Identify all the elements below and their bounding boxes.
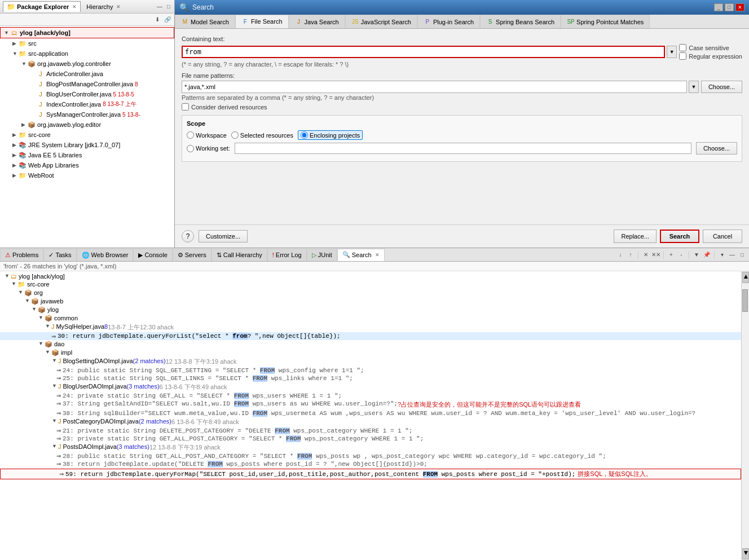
tree-item-index-controller[interactable]: J IndexController.java 8 13-8-7 上午: [0, 99, 174, 109]
result-common[interactable]: ▼ 📦 common: [0, 314, 741, 323]
customize-button[interactable]: Customize...: [199, 230, 248, 242]
tree-item-javaee[interactable]: ▶ 📚 Java EE 5 Libraries: [0, 150, 174, 160]
tab-plugin-search[interactable]: P Plug-in Search: [417, 15, 480, 28]
tree-arrow-src-application[interactable]: ▼: [12, 51, 18, 56]
result-arrow-common[interactable]: ▼: [38, 315, 43, 320]
tree-arrow-ylog[interactable]: ▼: [4, 30, 10, 36]
collapse-all-button[interactable]: ⬇: [153, 15, 162, 24]
scope-workspace-radio[interactable]: [187, 131, 194, 139]
result-arrow-ylog[interactable]: ▼: [5, 273, 10, 279]
view-menu-button[interactable]: ▾: [717, 250, 726, 259]
result-ylog-sub[interactable]: ▼ 📦 ylog: [0, 306, 741, 314]
tab-package-explorer[interactable]: 📁 Package Explorer ✕: [3, 1, 81, 12]
consider-derived-label[interactable]: Consider derived resources: [191, 104, 267, 111]
pin-button[interactable]: 📌: [702, 250, 711, 259]
scope-selected[interactable]: Selected resources: [231, 131, 293, 139]
result-arrow-bloguser[interactable]: ▼: [52, 383, 57, 389]
link-with-editor-button[interactable]: 🔗: [163, 15, 172, 24]
tree-item-article-controller[interactable]: J ArticleController.java: [0, 69, 174, 79]
containing-text-input[interactable]: [182, 46, 665, 58]
result-org[interactable]: ▼ 📦 org: [0, 289, 741, 297]
result-arrow-ylog-sub[interactable]: ▼: [32, 306, 37, 312]
result-match-posts-38[interactable]: ⇒ 38: return jdbcTemplate.update("DELETE…: [0, 460, 741, 468]
tree-arrow-webapp[interactable]: ▶: [12, 162, 18, 168]
working-set-input[interactable]: [235, 143, 691, 154]
result-arrow-src-core[interactable]: ▼: [11, 281, 16, 286]
containing-text-dropdown[interactable]: ▼: [667, 46, 677, 58]
result-dao[interactable]: ▼ 📦 dao: [0, 340, 741, 349]
tab-call-hierarchy[interactable]: ⇅ Call Hierarchy: [212, 249, 267, 261]
scope-selected-radio[interactable]: [231, 131, 239, 139]
tree-item-src-core[interactable]: ▶ 📁 src-core: [0, 130, 174, 140]
tab-web-browser[interactable]: 🌐 Web Browser: [77, 249, 134, 261]
expand-all-button[interactable]: +: [667, 250, 676, 259]
result-match-bloguser-37[interactable]: ⇒ 37: String getSaltAndID="SELECT wu.sal…: [0, 400, 741, 409]
tree-item-src-application[interactable]: ▼ 📁 src-application: [0, 48, 174, 59]
result-arrow-postcategory[interactable]: ▼: [52, 418, 57, 424]
tab-javascript-search[interactable]: JS JavaScript Search: [345, 15, 417, 28]
scope-enclosing-radio[interactable]: [301, 131, 308, 139]
file-name-patterns-input[interactable]: [182, 81, 687, 93]
result-arrow-javaweb[interactable]: ▼: [25, 298, 30, 303]
tree-item-ylog[interactable]: ▼ 🗂 ylog [ahack/ylog]: [0, 27, 174, 38]
next-match-button[interactable]: ↓: [616, 250, 625, 259]
result-match-posts-59[interactable]: ⇒ 59: return jdbcTemplate.queryForMap("S…: [0, 469, 741, 479]
result-match-postcategory-23[interactable]: ⇒ 23: private static String GET_ALL_POST…: [0, 435, 741, 443]
result-bloguser-dao[interactable]: ▼ J BlogUserDAOImpl.java (3 matches) 6 1…: [0, 382, 741, 392]
result-postcategory-dao[interactable]: ▼ J PostCategoryDAOImpl.java (2 matches)…: [0, 417, 741, 427]
close-package-explorer-icon[interactable]: ✕: [72, 4, 77, 10]
result-arrow-dao[interactable]: ▼: [38, 341, 43, 346]
tree-item-src[interactable]: ▶ 📁 src: [0, 38, 174, 48]
remove-all-button[interactable]: ✕✕: [651, 250, 660, 259]
tree-item-bloguser-controller[interactable]: J BlogUserController.java 5 13-8-5: [0, 89, 174, 99]
tree-item-controller[interactable]: ▼ 📦 org.javaweb.ylog.controller: [0, 59, 174, 69]
result-src-core[interactable]: ▼ 📁 src-core: [0, 280, 741, 289]
result-impl[interactable]: ▼ 📦 impl: [0, 349, 741, 357]
restore-dialog-button[interactable]: □: [725, 3, 734, 11]
case-sensitive-checkbox[interactable]: [679, 44, 686, 51]
tree-item-editor[interactable]: ▶ 📦 org.javaweb.ylog.editor: [0, 120, 174, 130]
search-button[interactable]: Search: [660, 230, 699, 243]
scope-working-set-radio[interactable]: [187, 145, 194, 152]
minimize-bottom-button[interactable]: —: [728, 250, 737, 259]
tree-arrow-src-core[interactable]: ▶: [12, 132, 18, 138]
maximize-panel-icon[interactable]: □: [166, 3, 171, 10]
result-javaweb[interactable]: ▼ 📦 javaweb: [0, 297, 741, 306]
file-name-patterns-dropdown[interactable]: ▼: [689, 81, 699, 93]
tab-error-log[interactable]: ! Error Log: [267, 249, 307, 261]
regular-expression-label[interactable]: Regular expression: [689, 53, 742, 60]
tree-arrow-editor[interactable]: ▶: [21, 122, 27, 127]
cancel-button[interactable]: Cancel: [703, 230, 742, 243]
result-match-blogsetting-25[interactable]: ⇒ 25: public static String SQL_GET_LINKS…: [0, 374, 741, 382]
tab-tasks[interactable]: ✓ Tasks: [43, 249, 76, 261]
tab-file-search[interactable]: F File Search: [235, 15, 289, 28]
tree-item-blogpost-controller[interactable]: J BlogPostManageController.java 8: [0, 79, 174, 89]
minimize-panel-icon[interactable]: —: [156, 3, 164, 10]
tab-model-search[interactable]: M Model Search: [175, 15, 235, 28]
choose-patterns-button[interactable]: Choose...: [701, 81, 742, 93]
result-match-posts-28[interactable]: ⇒ 28: public static String GET_ALL_POST_…: [0, 452, 741, 460]
filter-button[interactable]: ▼: [692, 250, 701, 259]
result-arrow-org[interactable]: ▼: [18, 289, 23, 295]
tree-arrow-webroot[interactable]: ▶: [12, 173, 18, 178]
result-blogsetting-dao[interactable]: ▼ J BlogSettingDAOImpl.java (2 matches) …: [0, 357, 741, 367]
result-arrow-mysqlhelper[interactable]: ▼: [45, 323, 50, 329]
case-sensitive-label[interactable]: Case sensitive: [689, 45, 729, 51]
help-button[interactable]: ?: [182, 230, 194, 242]
scope-working-set[interactable]: Working set:: [187, 145, 230, 152]
vertical-scrollbar[interactable]: ▲ ▼: [741, 271, 749, 560]
consider-derived-checkbox[interactable]: [182, 103, 189, 111]
replace-button[interactable]: Replace...: [614, 230, 657, 243]
close-dialog-button[interactable]: ✕: [735, 3, 744, 11]
tree-arrow-javaee[interactable]: ▶: [12, 152, 18, 158]
tab-java-search[interactable]: J Java Search: [289, 15, 345, 28]
choose-working-set-button[interactable]: Choose...: [696, 142, 737, 155]
tab-spring-beans-search[interactable]: S Spring Beans Search: [480, 15, 561, 28]
tab-search[interactable]: 🔍 Search ✕: [337, 249, 385, 261]
tab-hierarchy[interactable]: Hierarchy ✕: [83, 2, 124, 11]
close-hierarchy-icon[interactable]: ✕: [116, 4, 121, 10]
remove-result-button[interactable]: ✕: [641, 250, 650, 259]
minimize-dialog-button[interactable]: _: [714, 3, 723, 11]
result-mysqlhelper[interactable]: ▼ J MySqlHelper.java 8 13-8-7 上午12:30 ah…: [0, 323, 741, 332]
result-root-ylog[interactable]: ▼ 🗂 ylog [ahack/ylog]: [0, 272, 741, 280]
